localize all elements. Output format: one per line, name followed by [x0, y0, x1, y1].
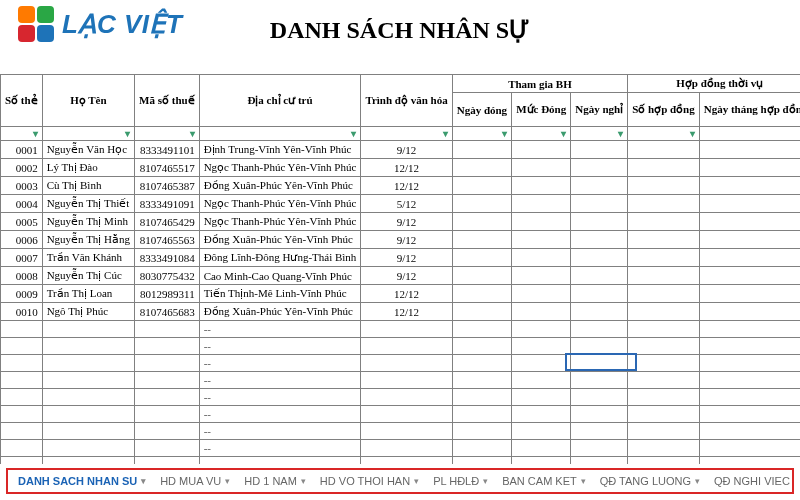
col-seasonal-group[interactable]: Hợp đồng thời vụ [628, 75, 800, 93]
cell[interactable] [1, 338, 43, 355]
cell[interactable] [628, 355, 700, 372]
cell[interactable] [42, 440, 134, 457]
table-row[interactable]: 0005Nguyễn Thị Minh8107465429Ngọc Thanh-… [1, 213, 801, 231]
cell[interactable] [699, 267, 800, 285]
sheet-tab[interactable]: BAN CAM KET ▾ [502, 475, 586, 487]
cell[interactable] [452, 338, 511, 355]
cell[interactable] [571, 406, 628, 423]
cell[interactable] [512, 355, 571, 372]
cell[interactable] [1, 440, 43, 457]
cell[interactable] [452, 321, 511, 338]
cell[interactable] [512, 457, 571, 465]
cell[interactable] [699, 177, 800, 195]
cell[interactable] [628, 285, 700, 303]
cell[interactable] [628, 177, 700, 195]
cell[interactable] [512, 231, 571, 249]
cell[interactable] [361, 423, 452, 440]
cell[interactable] [628, 231, 700, 249]
cell[interactable] [628, 338, 700, 355]
cell[interactable] [699, 321, 800, 338]
cell[interactable] [571, 303, 628, 321]
cell[interactable] [1, 321, 43, 338]
cell[interactable]: -- [199, 423, 361, 440]
cell[interactable] [628, 159, 700, 177]
cell-tax-no[interactable]: 8107465387 [135, 177, 200, 195]
cell-full-name[interactable]: Trần Văn Khánh [42, 249, 134, 267]
cell[interactable] [135, 321, 200, 338]
filter-icon[interactable]: ▾ [452, 127, 511, 141]
cell[interactable]: -- [199, 355, 361, 372]
cell[interactable] [1, 372, 43, 389]
sheet-tab[interactable]: QĐ NGHI VIEC ▾ [714, 475, 794, 487]
col-contract-no-s[interactable]: Số hợp đồng [628, 93, 700, 127]
cell-full-name[interactable]: Nguyễn Thị Cúc [42, 267, 134, 285]
cell[interactable] [135, 440, 200, 457]
cell-edu[interactable]: 9/12 [361, 141, 452, 159]
cell[interactable] [1, 355, 43, 372]
cell[interactable]: -- [199, 440, 361, 457]
cell[interactable] [699, 372, 800, 389]
cell[interactable] [452, 372, 511, 389]
cell[interactable] [571, 321, 628, 338]
cell[interactable] [452, 423, 511, 440]
cell[interactable] [699, 355, 800, 372]
cell-card-no[interactable]: 0005 [1, 213, 43, 231]
col-address[interactable]: Địa chỉ cư trú [199, 75, 361, 127]
cell-edu[interactable]: 12/12 [361, 159, 452, 177]
cell[interactable] [452, 159, 511, 177]
cell[interactable] [699, 406, 800, 423]
cell[interactable] [628, 440, 700, 457]
cell-card-no[interactable]: 0010 [1, 303, 43, 321]
cell-tax-no[interactable]: 8107465517 [135, 159, 200, 177]
sheet-tab[interactable]: HD 1 NAM ▾ [244, 475, 306, 487]
cell[interactable] [452, 249, 511, 267]
cell[interactable] [512, 249, 571, 267]
cell[interactable] [571, 249, 628, 267]
table-row[interactable]: -- [1, 423, 801, 440]
cell-tax-no[interactable]: 8333491091 [135, 195, 200, 213]
cell[interactable] [699, 338, 800, 355]
cell[interactable] [452, 285, 511, 303]
cell[interactable] [452, 457, 511, 465]
cell[interactable] [512, 303, 571, 321]
cell[interactable] [512, 267, 571, 285]
cell[interactable]: -- [199, 321, 361, 338]
cell[interactable] [135, 389, 200, 406]
col-contract-date-s[interactable]: Ngày tháng hợp đồng [699, 93, 800, 127]
cell[interactable] [512, 372, 571, 389]
table-row[interactable]: -- [1, 406, 801, 423]
cell[interactable] [699, 440, 800, 457]
table-row[interactable]: 0004Nguyễn Thị Thiết8333491091Ngọc Thanh… [1, 195, 801, 213]
cell[interactable] [571, 213, 628, 231]
cell-address[interactable]: Ngọc Thanh-Phúc Yên-Vĩnh Phúc [199, 213, 361, 231]
sheet-tab[interactable]: PL HĐLĐ ▾ [433, 475, 488, 487]
cell[interactable] [571, 423, 628, 440]
cell-address[interactable]: Đồng Xuân-Phúc Yên-Vĩnh Phúc [199, 303, 361, 321]
cell-address[interactable]: Đồng Xuân-Phúc Yên-Vĩnh Phúc [199, 177, 361, 195]
cell[interactable] [699, 195, 800, 213]
cell[interactable] [699, 141, 800, 159]
cell[interactable] [452, 355, 511, 372]
cell[interactable] [699, 249, 800, 267]
col-card-no[interactable]: Số thẻ [1, 75, 43, 127]
filter-icon[interactable]: ▾ [1, 127, 43, 141]
cell[interactable] [452, 303, 511, 321]
table-row[interactable]: -- [1, 440, 801, 457]
cell[interactable] [42, 406, 134, 423]
cell-edu[interactable]: 9/12 [361, 213, 452, 231]
cell[interactable] [571, 440, 628, 457]
cell[interactable] [571, 267, 628, 285]
cell[interactable]: -- [199, 372, 361, 389]
cell[interactable]: -- [199, 457, 361, 465]
cell-card-no[interactable]: 0002 [1, 159, 43, 177]
cell[interactable] [699, 423, 800, 440]
cell[interactable] [135, 355, 200, 372]
cell[interactable] [135, 372, 200, 389]
filter-icon[interactable]: ▾ [42, 127, 134, 141]
cell[interactable] [699, 231, 800, 249]
cell[interactable] [1, 406, 43, 423]
cell-card-no[interactable]: 0009 [1, 285, 43, 303]
filter-icon[interactable]: ▾ [512, 127, 571, 141]
cell[interactable] [512, 141, 571, 159]
cell[interactable] [512, 440, 571, 457]
